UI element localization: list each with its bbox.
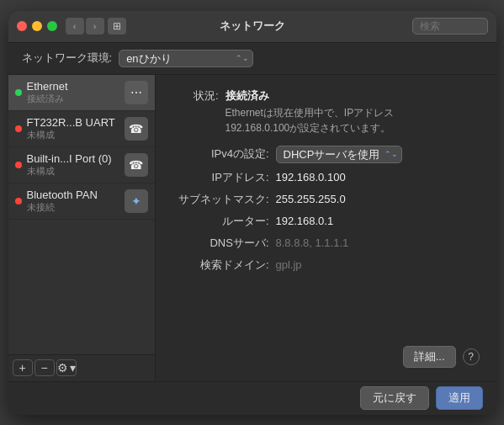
detail-bottom-buttons: 詳細... ? xyxy=(172,339,480,368)
search-domain-value: gpl.jp xyxy=(276,258,302,271)
ip-label: IPアドレス: xyxy=(172,170,269,185)
item-text-builtin: Built-in...I Port (0) 未構成 xyxy=(27,152,121,178)
sidebar-item-ft232r[interactable]: FT232R...B UART 未構成 ☎ xyxy=(8,111,155,147)
ipv4-select-wrapper: DHCPサーバを使用 xyxy=(276,146,402,163)
add-interface-button[interactable]: + xyxy=(13,359,33,376)
env-bar: ネットワーク環境: enひかり xyxy=(8,43,496,75)
search-domain-row: 検索ドメイン: gpl.jp xyxy=(172,258,480,273)
bluetooth-icon: ✦ xyxy=(125,189,148,213)
detail-button[interactable]: 詳細... xyxy=(403,346,456,368)
item-text-ethernet: Ethernet 接続済み xyxy=(27,80,121,105)
router-label: ルーター: xyxy=(172,214,269,229)
router-row: ルーター: 192.168.0.1 xyxy=(172,214,480,229)
ethernet-icon: ⋯ xyxy=(125,81,148,104)
sidebar-item-ethernet[interactable]: Ethernet 接続済み ⋯ xyxy=(8,75,155,111)
env-label: ネットワーク環境: xyxy=(22,50,113,66)
subnet-label: サブネットマスク: xyxy=(172,192,269,207)
ipv4-label: IPv4の設定: xyxy=(172,146,269,162)
maximize-button[interactable] xyxy=(47,21,57,31)
minimize-button[interactable] xyxy=(32,21,42,31)
item-text-ft232r: FT232R...B UART 未構成 xyxy=(27,116,121,141)
revert-button[interactable]: 元に戻す xyxy=(360,386,429,410)
traffic-lights xyxy=(17,21,57,31)
sidebar: Ethernet 接続済み ⋯ FT232R...B UART 未構成 ☎ xyxy=(8,75,156,381)
ipv4-select[interactable]: DHCPサーバを使用 xyxy=(276,146,402,163)
status-dot-ft232r xyxy=(15,125,22,132)
app-grid-button[interactable]: ⊞ xyxy=(108,18,126,35)
gear-chevron-icon: ▾ xyxy=(70,361,76,375)
sidebar-item-bluetooth[interactable]: Bluetooth PAN 未接続 ✦ xyxy=(8,183,155,220)
item-status-bluetooth: 未接続 xyxy=(27,201,121,214)
item-status-ethernet: 接続済み xyxy=(27,93,121,105)
main-content: Ethernet 接続済み ⋯ FT232R...B UART 未構成 ☎ xyxy=(8,75,496,381)
env-select[interactable]: enひかり xyxy=(119,50,253,67)
forward-button[interactable]: › xyxy=(86,18,104,35)
status-dot-ethernet xyxy=(15,89,22,96)
sidebar-toolbar: + − ⚙ ▾ xyxy=(8,354,155,381)
search-domain-label: 検索ドメイン: xyxy=(172,258,269,273)
bottom-bar: 元に戻す 適用 xyxy=(8,381,496,415)
dns-value: 8.8.8.8, 1.1.1.1 xyxy=(276,236,349,249)
nav-buttons: ‹ › xyxy=(66,18,104,35)
item-text-bluetooth: Bluetooth PAN 未接続 xyxy=(27,189,121,214)
close-button[interactable] xyxy=(17,21,27,31)
status-dot-bluetooth xyxy=(15,198,22,205)
item-name-builtin: Built-in...I Port (0) xyxy=(27,152,121,165)
ip-row: IPアドレス: 192.168.0.100 xyxy=(172,170,480,185)
serial-icon-builtin: ☎ xyxy=(125,153,148,177)
item-name-bluetooth: Bluetooth PAN xyxy=(27,189,121,201)
item-name-ethernet: Ethernet xyxy=(27,80,121,93)
spacer xyxy=(172,279,480,339)
sidebar-item-builtin[interactable]: Built-in...I Port (0) 未構成 ☎ xyxy=(8,147,155,183)
status-connected: 接続済み xyxy=(225,88,395,104)
window-title: ネットワーク xyxy=(220,19,285,34)
item-status-builtin: 未構成 xyxy=(27,165,121,178)
back-button[interactable]: ‹ xyxy=(66,18,84,35)
status-section: 状況: 接続済み Ethernetは現在使用中で、IPアドレス 192.168.… xyxy=(172,88,480,135)
env-select-wrapper: enひかり xyxy=(119,50,253,67)
item-status-ft232r: 未構成 xyxy=(27,129,121,141)
network-window: ‹ › ⊞ ネットワーク ネットワーク環境: enひかり Ethernet 接 xyxy=(8,11,496,415)
help-button[interactable]: ? xyxy=(463,348,480,365)
dns-label: DNSサーバ: xyxy=(172,236,269,251)
item-name-ft232r: FT232R...B UART xyxy=(27,116,121,129)
status-description: Ethernetは現在使用中で、IPアドレス 192.168.0.100が設定さ… xyxy=(225,105,395,135)
detail-panel: 状況: 接続済み Ethernetは現在使用中で、IPアドレス 192.168.… xyxy=(156,75,496,381)
serial-icon-ft232r: ☎ xyxy=(125,117,148,141)
search-input[interactable] xyxy=(412,18,488,35)
titlebar: ‹ › ⊞ ネットワーク xyxy=(8,11,496,43)
sidebar-list: Ethernet 接続済み ⋯ FT232R...B UART 未構成 ☎ xyxy=(8,75,155,354)
subnet-value: 255.255.255.0 xyxy=(276,193,346,205)
status-label: 状況: xyxy=(172,88,219,104)
ipv4-row: IPv4の設定: DHCPサーバを使用 xyxy=(172,146,480,163)
router-value: 192.168.0.1 xyxy=(276,215,334,227)
status-value-block: 接続済み Ethernetは現在使用中で、IPアドレス 192.168.0.10… xyxy=(225,88,395,135)
apply-button[interactable]: 適用 xyxy=(436,386,483,410)
gear-icon: ⚙ xyxy=(57,361,68,375)
remove-interface-button[interactable]: − xyxy=(34,359,55,376)
dns-row: DNSサーバ: 8.8.8.8, 1.1.1.1 xyxy=(172,236,480,251)
status-dot-builtin xyxy=(15,162,22,168)
subnet-row: サブネットマスク: 255.255.255.0 xyxy=(172,192,480,207)
gear-menu-button[interactable]: ⚙ ▾ xyxy=(56,359,77,376)
ip-value: 192.168.0.100 xyxy=(276,171,346,183)
